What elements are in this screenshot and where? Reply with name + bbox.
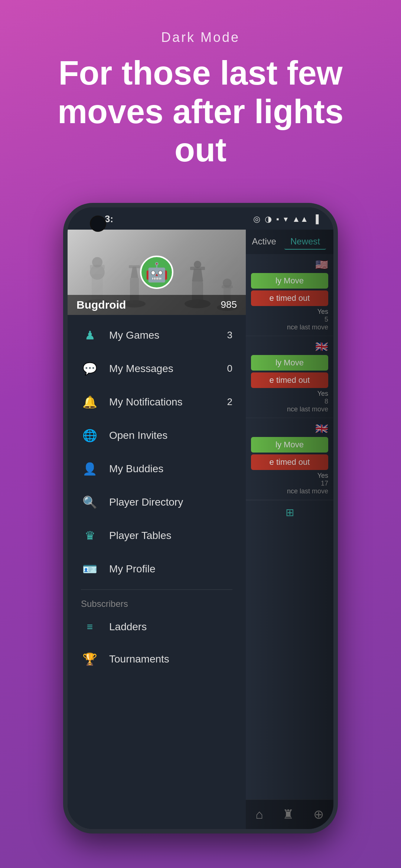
sidebar-item-label: My Buddies — [109, 463, 221, 475]
sidebar-item-label: My Profile — [109, 563, 221, 575]
yes-badge: Yes — [251, 308, 328, 316]
move-button[interactable]: ly Move — [251, 355, 328, 371]
flag-icon: 🇬🇧 — [315, 341, 328, 353]
svg-point-4 — [92, 257, 102, 267]
game-item-top: 🇺🇸 — [251, 259, 328, 271]
sidebar-item-my-profile[interactable]: 🪪 My Profile — [68, 552, 246, 586]
home-icon[interactable]: ⌂ — [255, 807, 263, 822]
sidebar-item-player-directory[interactable]: 🔍 Player Directory — [68, 486, 246, 519]
drawer-username: Bugdroid — [76, 299, 126, 311]
signal-icon: ▲▲ — [292, 214, 309, 224]
chess-icon[interactable]: ♜ — [283, 807, 294, 822]
sidebar-item-my-buddies[interactable]: 👤 My Buddies — [68, 452, 246, 486]
chess-king-icon: ♟ — [81, 328, 99, 342]
games-badge: 3 — [221, 329, 232, 341]
search-person-icon: 🔍 — [81, 495, 99, 509]
drawer-banner: 🤖 Bugdroid 985 — [68, 230, 246, 315]
drawer-menu: ♟ My Games 3 💬 My Messages 0 🔔 My Notifi… — [68, 315, 246, 680]
timeout-label: e timed out — [251, 454, 328, 470]
sidebar-item-tournaments[interactable]: 🏆 Tournaments — [68, 642, 246, 676]
profile-icon: 🪪 — [81, 562, 99, 576]
sidebar-item-label: Tournaments — [109, 653, 232, 665]
sidebar-item-label: Ladders — [109, 621, 232, 633]
yes-badge: Yes — [251, 390, 328, 398]
sidebar-item-label: Open Invites — [109, 430, 221, 441]
sidebar-item-label: Player Tables — [109, 530, 221, 542]
sidebar-item-player-tables[interactable]: ♛ Player Tables — [68, 519, 246, 552]
tab-active[interactable]: Active — [246, 234, 282, 250]
drawer-rating: 985 — [221, 299, 237, 310]
game-count: 5 — [251, 316, 328, 323]
bell-icon: 🔔 — [81, 395, 99, 409]
hero-section: Dark Mode For those last few moves after… — [0, 0, 401, 192]
yes-badge: Yes — [251, 472, 328, 480]
game-meta: nce last move — [251, 323, 328, 331]
subscribers-section-label: Subscribers — [68, 594, 246, 611]
sidebar-item-label: My Notifications — [109, 396, 221, 408]
flag-icon: 🇬🇧 — [315, 423, 328, 435]
sidebar-item-label: Player Directory — [109, 496, 221, 508]
move-button[interactable]: ly Move — [251, 437, 328, 453]
sidebar-item-my-notifications[interactable]: 🔔 My Notifications 2 — [68, 385, 246, 419]
hero-title: For those last few moves after lights ou… — [30, 54, 371, 170]
navigation-drawer: 🤖 Bugdroid 985 ♟ My Games 3 — [68, 230, 246, 829]
battery-saver-icon: ▪ — [276, 214, 279, 224]
status-icons: ◎ ◑ ▪ ▾ ▲▲ ▐ — [253, 214, 319, 224]
sidebar-item-open-invites[interactable]: 🌐 Open Invites — [68, 419, 246, 452]
wifi-icon: ▾ — [284, 214, 288, 224]
game-item: 🇬🇧 ly Move e timed out Yes 8 nce last mo… — [246, 336, 333, 418]
battery-icon: ▐ — [313, 214, 319, 224]
timeout-label: e timed out — [251, 372, 328, 388]
notifications-badge: 2 — [221, 396, 232, 408]
game-meta: nce last move — [251, 405, 328, 413]
topbar-tabs: Active Newest — [246, 234, 326, 250]
hero-subtitle: Dark Mode — [30, 30, 371, 45]
svg-marker-7 — [131, 267, 138, 278]
svg-point-17 — [223, 279, 232, 287]
sidebar-item-label: My Games — [109, 329, 221, 341]
add-game-panel-icon[interactable]: ⊞ — [286, 506, 294, 519]
camera-notch — [90, 216, 106, 232]
menu-divider — [81, 589, 232, 590]
bottom-nav: ⌂ ♜ ⊕ — [246, 799, 333, 829]
game-panel: ▦ ⊞ Active Newest 🇺🇸 ly Move — [246, 230, 333, 829]
game-item: 🇬🇧 ly Move e timed out Yes 17 nce last m… — [246, 418, 333, 500]
sidebar-item-my-games[interactable]: ♟ My Games 3 — [68, 319, 246, 352]
ladders-icon: ≡ — [81, 621, 99, 633]
android-icon: 🤖 — [145, 262, 168, 283]
flag-icon: 🇺🇸 — [315, 259, 328, 271]
game-panel-topbar: ▦ ⊞ Active Newest — [246, 230, 333, 254]
game-count: 17 — [251, 480, 328, 487]
svg-rect-8 — [129, 265, 140, 268]
sidebar-item-ladders[interactable]: ≡ Ladders — [68, 611, 246, 642]
timeout-label: e timed out — [251, 290, 328, 306]
game-meta: nce last move — [251, 487, 328, 495]
globe-icon: 🌐 — [81, 428, 99, 443]
messages-badge: 0 — [221, 363, 232, 374]
bottom-action-row: ⊞ — [246, 500, 333, 525]
sidebar-item-my-messages[interactable]: 💬 My Messages 0 — [68, 352, 246, 385]
brightness-icon: ◑ — [265, 214, 272, 224]
move-button[interactable]: ly Move — [251, 273, 328, 289]
sidebar-item-label: My Messages — [109, 363, 221, 375]
buddies-icon: 👤 — [81, 462, 99, 476]
app-screen: 🤖 Bugdroid 985 ♟ My Games 3 — [68, 230, 333, 829]
tab-newest[interactable]: Newest — [284, 234, 326, 250]
game-item-top: 🇬🇧 — [251, 341, 328, 353]
phone-wrapper: 3: ◎ ◑ ▪ ▾ ▲▲ ▐ — [0, 192, 401, 834]
android-badge: 🤖 — [140, 256, 173, 289]
game-list: 🇺🇸 ly Move e timed out Yes 5 nce last mo… — [246, 254, 333, 525]
game-count: 8 — [251, 398, 328, 405]
phone-shell: 3: ◎ ◑ ▪ ▾ ▲▲ ▐ — [63, 203, 338, 834]
game-item: 🇺🇸 ly Move e timed out Yes 5 nce last mo… — [246, 254, 333, 336]
drawer-banner-info: Bugdroid 985 — [68, 295, 246, 315]
circle-icon: ◎ — [253, 214, 260, 224]
game-item-top: 🇬🇧 — [251, 423, 328, 435]
svg-marker-11 — [192, 269, 203, 282]
status-bar: 3: ◎ ◑ ▪ ▾ ▲▲ ▐ — [68, 207, 333, 230]
trophy-icon: 🏆 — [81, 652, 99, 666]
crown-icon: ♛ — [81, 529, 99, 543]
message-icon: 💬 — [81, 362, 99, 376]
svg-point-13 — [194, 261, 201, 268]
add-icon[interactable]: ⊕ — [313, 807, 324, 822]
